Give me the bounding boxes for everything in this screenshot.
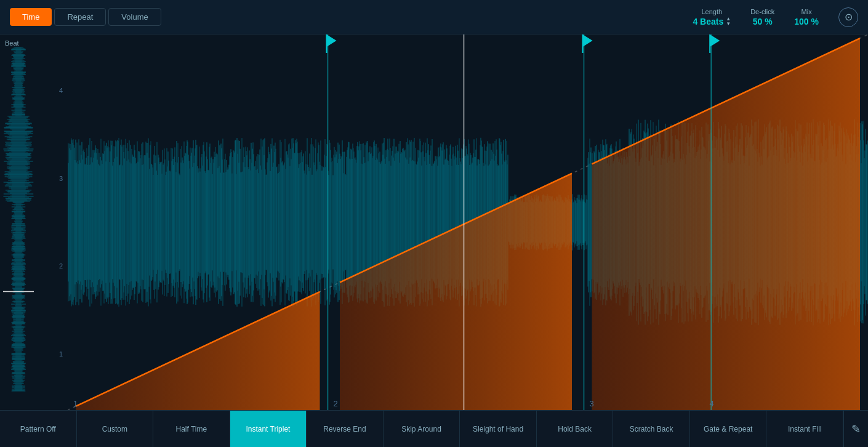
tab-time[interactable]: Time [10,8,52,26]
btn-half-time[interactable]: Half Time [153,411,230,447]
btn-instant-fill[interactable]: Instant Fill [766,411,843,447]
btn-pattern-off[interactable]: Pattern Off [0,411,77,447]
btn-instant-triplet[interactable]: Instant Triplet [230,411,307,447]
length-control: Length 4 Beats ▲▼ [693,8,731,26]
length-label: Length [701,8,722,15]
mix-label: Mix [802,8,812,15]
tab-group: Time Repeat Volume [10,8,161,26]
declick-value[interactable]: 50 % [753,17,773,26]
btn-skip-around[interactable]: Skip Around [384,411,460,447]
footer-pattern-bar: Pattern Off Custom Half Time Instant Tri… [0,410,868,447]
tab-volume[interactable]: Volume [108,8,161,26]
btn-scratch-back[interactable]: Scratch Back [613,411,690,447]
declick-label: De-click [750,8,774,15]
header-controls: Length 4 Beats ▲▼ De-click 50 % Mix 100 … [693,7,858,27]
btn-sleight-of-hand[interactable]: Sleight of Hand [460,411,537,447]
main-waveform-area: Beat 4 3 2 1 [0,34,868,410]
btn-hold-back[interactable]: Hold Back [537,411,614,447]
btn-custom[interactable]: Custom [77,411,154,447]
declick-control: De-click 50 % [750,8,774,26]
waveform-canvas-area [68,34,868,410]
edit-icon-button[interactable]: ✎ [843,411,868,447]
length-value[interactable]: 4 Beats ▲▼ [693,17,731,26]
mini-waveform-canvas [0,47,37,392]
more-button[interactable]: ⊙ [838,7,858,27]
length-arrows: ▲▼ [726,17,731,26]
btn-reverse-end[interactable]: Reverse End [307,411,384,447]
btn-gate-repeat[interactable]: Gate & Repeat [690,411,767,447]
waveform-canvas [68,34,868,410]
mix-control: Mix 100 % [794,8,819,26]
mix-value[interactable]: 100 % [794,17,819,26]
header: Time Repeat Volume Length 4 Beats ▲▼ De-… [0,0,868,34]
tab-repeat[interactable]: Repeat [54,8,106,26]
